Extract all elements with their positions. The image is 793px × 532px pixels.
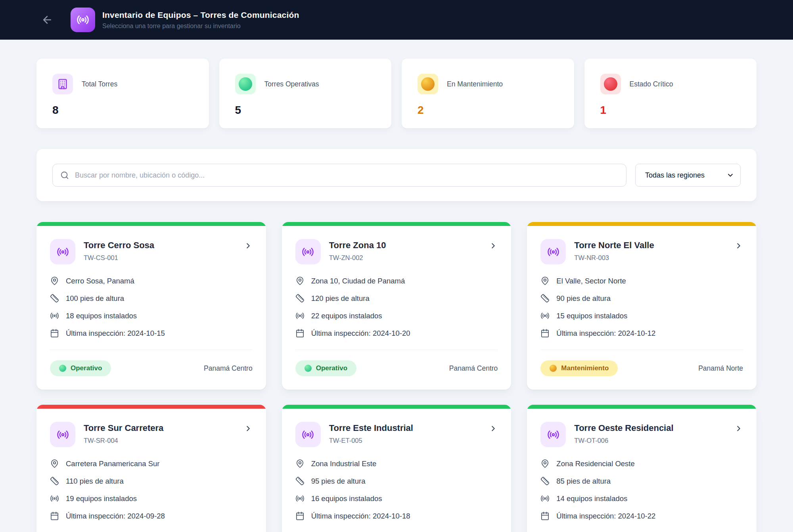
stat-card: Total Torres 8 — [36, 59, 209, 128]
stat-label: Total Torres — [82, 80, 117, 88]
tower-inspection-row: Última inspección: 2024-10-18 — [295, 511, 498, 521]
tower-region: Panamá Centro — [449, 364, 498, 373]
tower-name: Torre Este Industrial — [329, 423, 413, 433]
building-icon — [57, 78, 68, 90]
tower-status-bar — [527, 405, 757, 409]
radio-waves-icon — [50, 311, 59, 320]
ruler-icon — [540, 477, 550, 486]
stat-label: Estado Crítico — [630, 80, 673, 88]
tower-code: TW-OT-006 — [574, 437, 673, 444]
broadcast-tower-icon — [302, 429, 314, 441]
tower-status-bar — [36, 222, 266, 226]
search-input[interactable] — [52, 164, 626, 187]
tower-icon-box — [540, 239, 566, 264]
tower-location: Zona Residencial Oeste — [556, 459, 634, 468]
calendar-icon — [50, 329, 59, 338]
towers-grid: Torre Cerro Sosa TW-CS-001 Cerro Sosa, P… — [36, 222, 757, 532]
tower-inspection-row: Última inspección: 2024-10-22 — [540, 511, 743, 521]
tower-status-bar — [282, 405, 511, 409]
chevron-right-icon[interactable] — [734, 239, 743, 250]
tower-inspection: Última inspección: 2024-10-20 — [311, 329, 410, 338]
tower-height-row: 95 pies de altura — [295, 477, 498, 486]
tower-height: 90 pies de altura — [556, 294, 611, 303]
tower-location-row: El Valle, Sector Norte — [540, 276, 743, 285]
ruler-icon — [540, 294, 550, 303]
stat-value: 1 — [600, 105, 741, 116]
tower-name: Torre Cerro Sosa — [84, 240, 154, 251]
tower-height: 95 pies de altura — [311, 477, 366, 486]
tower-card[interactable]: Torre Este Industrial TW-ET-005 Zona Ind… — [282, 405, 511, 532]
stat-card: En Mantenimiento 2 — [402, 59, 574, 128]
calendar-icon — [540, 511, 550, 521]
tower-height-row: 110 pies de altura — [50, 477, 253, 486]
tower-inspection: Última inspección: 2024-10-22 — [556, 512, 655, 521]
tower-height: 110 pies de altura — [66, 477, 124, 486]
arrow-left-icon — [41, 14, 53, 26]
tower-card[interactable]: Torre Cerro Sosa TW-CS-001 Cerro Sosa, P… — [36, 222, 266, 390]
tower-card[interactable]: Torre Norte El Valle TW-NR-003 El Valle,… — [527, 222, 757, 390]
tower-region: Panamá Centro — [204, 364, 253, 373]
tower-location-row: Cerro Sosa, Panamá — [50, 276, 253, 285]
map-pin-icon — [50, 459, 59, 468]
tower-equipment-row: 18 equipos instalados — [50, 311, 253, 320]
page-title: Inventario de Equipos – Torres de Comuni… — [102, 10, 299, 20]
tower-equipment: 16 equipos instalados — [311, 494, 382, 503]
tower-equipment: 15 equipos instalados — [556, 312, 627, 320]
status-ball-icon — [421, 77, 435, 91]
tower-name: Torre Sur Carretera — [84, 423, 163, 433]
chevron-right-icon[interactable] — [244, 239, 253, 250]
stat-card: Torres Operativas 5 — [219, 59, 392, 128]
tower-location-row: Zona Residencial Oeste — [540, 459, 743, 468]
map-pin-icon — [295, 459, 305, 468]
tower-icon-box — [50, 239, 75, 264]
stat-value: 8 — [52, 105, 193, 116]
tower-equipment: 19 equipos instalados — [66, 494, 137, 503]
tower-icon-box — [295, 422, 321, 447]
broadcast-tower-icon — [547, 246, 559, 258]
tower-location: Cerro Sosa, Panamá — [66, 277, 134, 285]
map-pin-icon — [50, 276, 59, 285]
tower-card[interactable]: Torre Oeste Residencial TW-OT-006 Zona R… — [527, 405, 757, 532]
calendar-icon — [295, 329, 305, 338]
chevron-right-icon[interactable] — [244, 422, 253, 433]
tower-icon-box — [50, 422, 75, 447]
region-filter-select[interactable]: Todas las regiones — [635, 164, 741, 187]
status-ball-icon — [305, 365, 312, 372]
tower-equipment: 14 equipos instalados — [556, 494, 627, 503]
tower-location: El Valle, Sector Norte — [556, 277, 626, 285]
radio-waves-icon — [50, 494, 59, 503]
broadcast-tower-icon — [57, 429, 69, 441]
map-pin-icon — [540, 276, 550, 285]
stat-value: 2 — [418, 105, 558, 116]
chevron-right-icon[interactable] — [489, 422, 498, 433]
broadcast-tower-icon — [302, 246, 314, 258]
chevron-right-icon[interactable] — [734, 422, 743, 433]
stat-icon-box — [600, 74, 621, 94]
stats-row: Total Torres 8 Torres Operativas 5 — [36, 59, 757, 128]
tower-card[interactable]: Torre Zona 10 TW-ZN-002 Zona 10, Ciudad … — [282, 222, 511, 390]
search-icon — [60, 171, 69, 180]
tower-height-row: 100 pies de altura — [50, 294, 253, 303]
main-content: Total Torres 8 Torres Operativas 5 — [0, 40, 793, 532]
tower-inspection-row: Última inspección: 2024-10-15 — [50, 329, 253, 338]
page-header: Inventario de Equipos – Torres de Comuni… — [0, 0, 793, 40]
tower-height-row: 85 pies de altura — [540, 477, 743, 486]
tower-location-row: Carretera Panamericana Sur — [50, 459, 253, 468]
stat-label: Torres Operativas — [264, 80, 319, 88]
tower-height: 100 pies de altura — [66, 294, 124, 303]
tower-code: TW-ET-005 — [329, 437, 413, 444]
ruler-icon — [295, 477, 305, 486]
tower-code: TW-ZN-002 — [329, 254, 386, 262]
tower-equipment-row: 22 equipos instalados — [295, 311, 498, 320]
ruler-icon — [50, 294, 59, 303]
chevron-right-icon[interactable] — [489, 239, 498, 250]
map-pin-icon — [540, 459, 550, 468]
back-button[interactable] — [41, 14, 53, 26]
radio-waves-icon — [540, 311, 550, 320]
status-ball-icon — [239, 77, 252, 91]
tower-height: 85 pies de altura — [556, 477, 611, 486]
status-badge: Operativo — [295, 360, 356, 376]
tower-card[interactable]: Torre Sur Carretera TW-SR-004 Carretera … — [36, 405, 266, 532]
radio-waves-icon — [540, 494, 550, 503]
tower-location: Zona Industrial Este — [311, 459, 377, 468]
